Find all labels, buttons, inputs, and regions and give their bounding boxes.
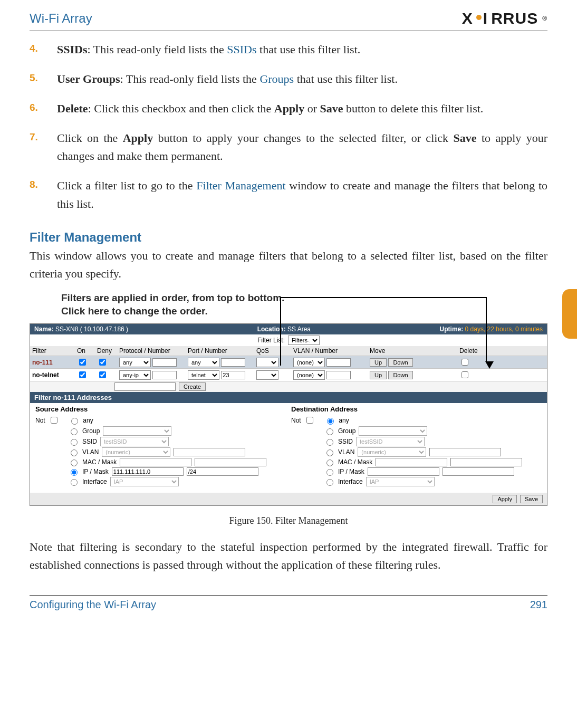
note-paragraph: Note that filtering is secondary to the … — [30, 538, 547, 574]
src-not-checkbox[interactable] — [51, 417, 57, 424]
filter-mgmt-link[interactable]: Filter Management — [196, 179, 285, 192]
page-footer: Configuring the Wi-Fi Array 291 — [30, 595, 547, 611]
groups-link[interactable]: Groups — [259, 72, 294, 85]
footer-title: Configuring the Wi-Fi Array — [30, 599, 156, 611]
addresses-bar: Filter no-111 Addresses — [30, 392, 547, 403]
src-group-radio[interactable] — [71, 428, 78, 435]
step-6: 6. Delete: Click this checkbox and then … — [57, 100, 547, 118]
table-row[interactable]: no-111 any any (none) Up Down — [30, 356, 547, 369]
delete-checkbox[interactable] — [461, 359, 468, 366]
proto-select[interactable]: any-ip — [119, 370, 151, 380]
qos-select[interactable] — [256, 358, 278, 367]
ssids-link[interactable]: SSIDs — [227, 43, 256, 56]
source-address-panel: Source Address Not any Group SSID testSS… — [35, 405, 286, 487]
header-rule — [30, 31, 547, 31]
callout-arrow: Name: SS-XN8 ( 10.100.47.186 ) Location:… — [30, 323, 547, 506]
vlan-select[interactable]: (none) — [293, 370, 325, 380]
figure-caption: Figure 150. Filter Management — [30, 515, 547, 526]
dst-group-select[interactable] — [359, 426, 427, 436]
proto-num-input[interactable] — [152, 358, 177, 367]
src-mac-input[interactable] — [120, 458, 191, 466]
dst-mac-radio[interactable] — [326, 459, 333, 466]
step-list: 4. SSIDs: This read-only field lists the… — [30, 41, 547, 213]
qos-select[interactable] — [256, 370, 278, 380]
callout-text: Filters are applied in order, from top t… — [61, 291, 547, 318]
create-button[interactable]: Create — [179, 382, 206, 391]
step-4: 4. SSIDs: This read-only field lists the… — [57, 41, 547, 59]
src-ip-radio[interactable] — [71, 469, 78, 476]
apply-button[interactable]: Apply — [493, 495, 517, 503]
table-row[interactable]: no-telnet any-ip telnet (none) Up Down — [30, 369, 547, 381]
proto-num-input[interactable] — [152, 371, 177, 379]
vlan-num-input[interactable] — [326, 358, 351, 367]
move-down-button[interactable]: Down — [388, 358, 412, 367]
src-vlan-num-input[interactable] — [174, 448, 245, 456]
port-select[interactable]: any — [188, 358, 219, 367]
step-5: 5. User Groups: This read-only field lis… — [57, 70, 547, 88]
status-bar: Name: SS-XN8 ( 10.100.47.186 ) Location:… — [30, 324, 547, 334]
dst-any-radio[interactable] — [327, 418, 334, 425]
deny-checkbox[interactable] — [99, 359, 106, 366]
section-heading: Filter Management — [30, 230, 547, 245]
dst-ssid-radio[interactable] — [326, 439, 333, 446]
destination-address-panel: Destination Address Not any Group SSID t… — [291, 405, 542, 487]
on-checkbox[interactable] — [79, 359, 86, 366]
dst-vlan-num-input[interactable] — [429, 448, 501, 456]
dst-vlan-radio[interactable] — [326, 449, 333, 456]
vlan-select[interactable]: (none) — [293, 358, 325, 367]
dst-mac-input[interactable] — [376, 458, 447, 466]
column-headers: FilterOnDeny Protocol / NumberPort / Num… — [30, 346, 547, 356]
src-mac-radio[interactable] — [71, 459, 78, 466]
page-header: Wi-Fi Array XIRRUS® — [30, 9, 547, 27]
delete-checkbox[interactable] — [461, 371, 468, 378]
filter-list-row: Filter List: Filters-A — [30, 334, 547, 346]
vlan-num-input[interactable] — [326, 371, 351, 379]
dst-iface-select[interactable]: IAP — [366, 477, 435, 486]
filter-list-select[interactable]: Filters-A — [288, 336, 320, 345]
dst-ip-mask-input[interactable] — [443, 467, 514, 476]
running-head: Wi-Fi Array — [30, 11, 92, 26]
move-down-button[interactable]: Down — [388, 371, 412, 379]
dst-ip-input[interactable] — [368, 467, 439, 476]
src-iface-select[interactable]: IAP — [110, 477, 179, 486]
on-checkbox[interactable] — [79, 371, 86, 378]
proto-select[interactable]: any — [119, 358, 151, 367]
screenshot-figure: Name: SS-XN8 ( 10.100.47.186 ) Location:… — [30, 323, 547, 506]
dst-mac-mask-input[interactable] — [450, 458, 522, 466]
page-number: 291 — [530, 599, 547, 611]
port-num-input[interactable] — [221, 358, 245, 367]
dst-vlan-select[interactable]: (numeric) — [358, 447, 426, 457]
dst-ssid-select[interactable]: testSSID — [356, 437, 425, 446]
port-num-input[interactable] — [221, 371, 245, 379]
src-ip-input[interactable] — [112, 467, 184, 476]
new-filter-input[interactable] — [114, 382, 176, 391]
section-intro: This window allows you to create and man… — [30, 247, 547, 283]
dst-ip-radio[interactable] — [326, 469, 333, 476]
move-up-button[interactable]: Up — [370, 358, 387, 367]
dst-group-radio[interactable] — [326, 428, 333, 435]
src-any-radio[interactable] — [71, 418, 78, 425]
deny-checkbox[interactable] — [99, 371, 106, 378]
brand-logo: XIRRUS® — [462, 9, 547, 27]
save-button[interactable]: Save — [520, 495, 543, 503]
dst-iface-radio[interactable] — [326, 479, 333, 486]
src-vlan-radio[interactable] — [71, 449, 78, 456]
move-up-button[interactable]: Up — [370, 371, 387, 379]
port-select[interactable]: telnet — [188, 370, 219, 380]
src-iface-radio[interactable] — [71, 479, 78, 486]
src-ssid-select[interactable]: testSSID — [100, 437, 169, 446]
src-mac-mask-input[interactable] — [195, 458, 266, 466]
src-group-select[interactable] — [103, 426, 171, 436]
dst-not-checkbox[interactable] — [306, 417, 313, 424]
step-8: 8. Click a filter list to go to the Filt… — [57, 177, 547, 213]
step-7: 7. Click on the Apply button to apply yo… — [57, 129, 547, 165]
logo-dot-icon — [476, 15, 482, 20]
side-tab — [562, 289, 577, 339]
src-ip-mask-input[interactable] — [187, 467, 258, 476]
arrow-down-icon — [485, 361, 494, 369]
src-ssid-radio[interactable] — [71, 439, 78, 446]
src-vlan-select[interactable]: (numeric) — [102, 447, 170, 457]
